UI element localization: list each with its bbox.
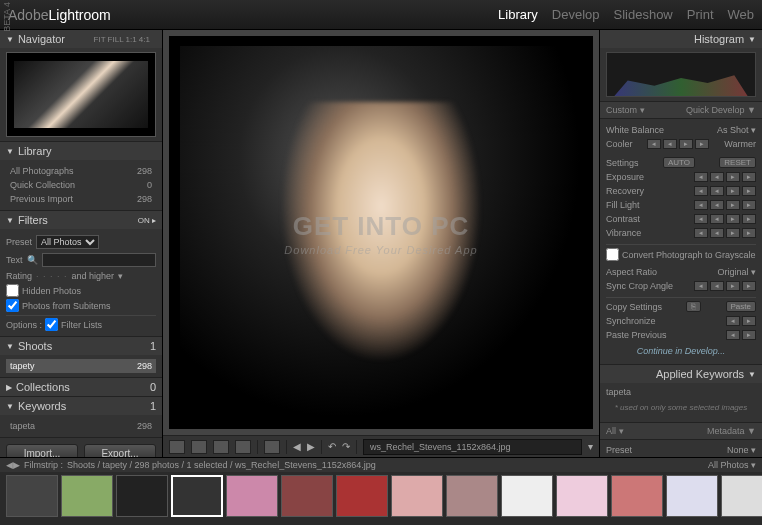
library-item[interactable]: All Photographs298 xyxy=(6,164,156,178)
wb-value[interactable]: As Shot ▾ xyxy=(717,125,756,135)
navigator-header[interactable]: ▼ Navigator FIT FILL 1:1 4:1 xyxy=(0,30,162,48)
keyword-item[interactable]: tapeta298 xyxy=(6,419,156,433)
filmstrip-thumb[interactable] xyxy=(281,475,333,517)
sort-button[interactable] xyxy=(264,440,280,454)
survey-view-button[interactable] xyxy=(235,440,251,454)
fill light-slider[interactable]: ◂◂▸▸ xyxy=(694,200,756,210)
filmstrip-thumb[interactable] xyxy=(226,475,278,517)
filmstrip-thumb[interactable] xyxy=(666,475,718,517)
rotate-right-icon[interactable]: ↷ xyxy=(342,441,350,452)
rating-suffix: and higher xyxy=(72,271,115,281)
compare-view-button[interactable] xyxy=(213,440,229,454)
library-item[interactable]: Previous Import298 xyxy=(6,192,156,206)
preset-label: Preset xyxy=(6,237,32,247)
top-bar: BETA 4 AdobeLightroom LibraryDevelopSlid… xyxy=(0,0,762,30)
paste-button[interactable]: Paste xyxy=(726,301,756,312)
filmstrip-thumb[interactable] xyxy=(446,475,498,517)
right-panel: Histogram ▼ Custom ▾ Quick Develop ▼ Whi… xyxy=(599,30,762,457)
on-toggle[interactable]: ON ▸ xyxy=(138,216,156,225)
filename-display: ws_Rechel_Stevens_1152x864.jpg xyxy=(363,439,582,455)
metadata-preset[interactable]: None ▾ xyxy=(727,445,756,455)
grayscale-checkbox[interactable] xyxy=(606,248,619,261)
chevron-right-icon: ▶ xyxy=(6,383,12,392)
copy-button[interactable]: ⎘ xyxy=(686,301,701,312)
shoots-header[interactable]: ▼ Shoots 1 xyxy=(0,337,162,355)
filters-header[interactable]: ▼ Filters ON ▸ xyxy=(0,211,162,229)
app-logo: AdobeLightroom xyxy=(8,7,111,23)
text-label: Text xyxy=(6,255,23,265)
grid-view-button[interactable] xyxy=(169,440,185,454)
metadata-header[interactable]: Metadata ▼ xyxy=(707,426,756,436)
filmstrip-filter[interactable]: All Photos ▾ xyxy=(708,460,756,470)
module-slideshow[interactable]: Slideshow xyxy=(614,7,673,22)
shoot-item[interactable]: tapety298 xyxy=(6,359,156,373)
library-header[interactable]: ▼ Library xyxy=(0,142,162,160)
vibrance-slider[interactable]: ◂◂▸▸ xyxy=(694,228,756,238)
next-icon[interactable]: ▶ xyxy=(13,460,20,470)
reset-button[interactable]: RESET xyxy=(719,157,756,168)
histogram-header[interactable]: Histogram ▼ xyxy=(600,30,762,48)
subitems-checkbox[interactable] xyxy=(6,299,19,312)
paste-prev-buttons[interactable]: ◂▸ xyxy=(726,330,756,340)
navigator-preview[interactable] xyxy=(6,52,156,137)
keyword-value: tapeta xyxy=(606,387,756,397)
prev-icon[interactable]: ◀ xyxy=(293,441,301,452)
crop-angle-slider[interactable]: ◂◂▸▸ xyxy=(694,281,756,291)
filmstrip-thumb[interactable] xyxy=(721,475,762,517)
chevron-down-icon[interactable]: ▾ xyxy=(588,441,593,452)
search-icon: 🔍 xyxy=(27,255,38,265)
play-icon[interactable]: ▶ xyxy=(307,441,315,452)
filmstrip-thumb[interactable] xyxy=(171,475,223,517)
chevron-down-icon: ▼ xyxy=(6,216,14,225)
center-panel: GET INTO PC Download Free Your Desired A… xyxy=(163,30,599,457)
continue-develop-link[interactable]: Continue in Develop... xyxy=(606,342,756,360)
chevron-down-icon: ▼ xyxy=(6,147,14,156)
filmstrip-thumb[interactable] xyxy=(501,475,553,517)
beta-badge: BETA 4 xyxy=(2,2,12,32)
wb-slider[interactable]: ◂◂▸▸ xyxy=(647,139,709,149)
filmstrip-thumb[interactable] xyxy=(611,475,663,517)
filmstrip: ◀ ▶ Filmstrip : Shoots / tapety / 298 ph… xyxy=(0,457,762,525)
text-filter-input[interactable] xyxy=(42,253,156,267)
filmstrip-thumb[interactable] xyxy=(336,475,388,517)
filmstrip-thumb[interactable] xyxy=(6,475,58,517)
chevron-down-icon[interactable]: ▾ xyxy=(118,271,123,281)
module-library[interactable]: Library xyxy=(498,7,538,22)
filmstrip-thumb[interactable] xyxy=(61,475,113,517)
filter-lists-checkbox[interactable] xyxy=(45,318,58,331)
preset-select[interactable]: All Photos xyxy=(36,235,99,249)
exposure-slider[interactable]: ◂◂▸▸ xyxy=(694,172,756,182)
histogram-display xyxy=(606,52,756,97)
aspect-value[interactable]: Original ▾ xyxy=(717,267,756,277)
contrast-slider[interactable]: ◂◂▸▸ xyxy=(694,214,756,224)
module-print[interactable]: Print xyxy=(687,7,714,22)
rating-stars[interactable]: · · · · · xyxy=(36,271,68,281)
auto-button[interactable]: AUTO xyxy=(663,157,695,168)
filmstrip-thumb[interactable] xyxy=(116,475,168,517)
viewer-toolbar: ◀ ▶ ↶ ↷ ws_Rechel_Stevens_1152x864.jpg ▾ xyxy=(163,435,599,457)
collections-header[interactable]: ▶ Collections 0 xyxy=(0,378,162,396)
prev-icon[interactable]: ◀ xyxy=(6,460,13,470)
loupe-view-button[interactable] xyxy=(191,440,207,454)
image-viewer[interactable]: GET INTO PC Download Free Your Desired A… xyxy=(169,36,593,429)
chevron-down-icon: ▼ xyxy=(748,35,756,44)
chevron-down-icon: ▼ xyxy=(6,35,14,44)
recovery-slider[interactable]: ◂◂▸▸ xyxy=(694,186,756,196)
metadata-all[interactable]: All ▾ xyxy=(606,426,624,436)
keywords-header[interactable]: ▼ Keywords 1 xyxy=(0,397,162,415)
filmstrip-path: Shoots / tapety / 298 photos / 1 selecte… xyxy=(67,460,708,470)
applied-keywords-header[interactable]: Applied Keywords▼ xyxy=(600,365,762,383)
navigator-zoom-options[interactable]: FIT FILL 1:1 4:1 xyxy=(94,35,156,44)
quick-develop-header[interactable]: Quick Develop ▼ xyxy=(686,105,756,115)
sync-buttons[interactable]: ◂▸ xyxy=(726,316,756,326)
custom-selector[interactable]: Custom ▾ xyxy=(606,105,645,115)
module-web[interactable]: Web xyxy=(728,7,755,22)
rotate-left-icon[interactable]: ↶ xyxy=(328,441,336,452)
module-develop[interactable]: Develop xyxy=(552,7,600,22)
library-item[interactable]: Quick Collection0 xyxy=(6,178,156,192)
filmstrip-thumb[interactable] xyxy=(391,475,443,517)
hidden-photos-checkbox[interactable] xyxy=(6,284,19,297)
filmstrip-thumb[interactable] xyxy=(556,475,608,517)
chevron-down-icon: ▼ xyxy=(6,342,14,351)
chevron-down-icon: ▼ xyxy=(6,402,14,411)
